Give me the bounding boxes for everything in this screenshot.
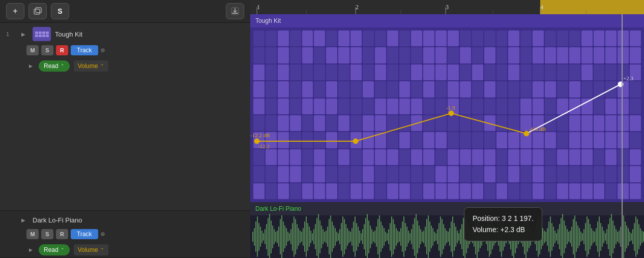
wave-bar xyxy=(377,219,378,254)
tough-kit-icon xyxy=(33,27,51,41)
expand-btn-dark-lofi[interactable]: ▶ xyxy=(18,215,28,225)
wave-bar xyxy=(272,225,273,248)
download-button[interactable] xyxy=(226,3,244,19)
tough-kit-mute-button[interactable]: M xyxy=(26,45,39,55)
track-header-dark-lofi: ▶ Dark Lo-Fi Piano xyxy=(0,211,250,229)
wave-bar xyxy=(625,221,626,252)
wave-bar xyxy=(339,229,340,244)
dark-lofi-solo-button[interactable]: S xyxy=(41,229,53,239)
dark-lofi-mute-button[interactable]: M xyxy=(26,229,39,239)
wave-bar xyxy=(554,231,555,243)
wave-bar xyxy=(384,228,385,246)
wave-bar xyxy=(329,219,330,254)
waveform-dark-lofi xyxy=(250,215,644,258)
duplicate-button[interactable] xyxy=(28,3,47,19)
wave-bar xyxy=(594,232,595,242)
wave-bar xyxy=(469,229,470,244)
tough-kit-name: Tough Kit xyxy=(55,30,244,38)
wave-bar xyxy=(352,228,353,246)
wave-bar xyxy=(588,219,589,254)
wave-bar xyxy=(333,225,334,248)
tough-kit-region-header: Tough Kit xyxy=(250,14,644,27)
track-header-tough-kit: 1 ▶ Tough Kit xyxy=(0,23,250,45)
wave-bar xyxy=(295,219,296,254)
wave-bar xyxy=(629,232,630,242)
wave-bar xyxy=(419,225,420,248)
wave-bar xyxy=(258,223,259,251)
wave-bar xyxy=(260,227,261,247)
wave-bar xyxy=(356,223,357,251)
timeline-svg: 1 2 3 4 xyxy=(250,0,644,14)
wave-bar xyxy=(387,233,388,241)
wave-bar xyxy=(635,216,636,257)
dark-lofi-read-select[interactable]: Read ⌃ xyxy=(39,244,70,255)
wave-bar xyxy=(408,231,409,243)
wave-bar xyxy=(548,221,549,252)
dark-lofi-playhead xyxy=(622,202,623,258)
wave-bar xyxy=(475,219,476,254)
dark-lofi-track-button[interactable]: Track xyxy=(71,229,98,239)
wave-bar xyxy=(486,229,487,244)
wave-bar xyxy=(263,233,264,241)
wave-bar xyxy=(442,219,443,254)
wave-bar xyxy=(403,216,404,257)
wave-bar xyxy=(269,214,270,258)
track-number-1: 1 xyxy=(6,31,14,37)
wave-bar xyxy=(596,228,597,246)
tough-kit-expand-small[interactable]: ▶ xyxy=(26,62,35,70)
wave-bar xyxy=(590,224,591,249)
svg-text:3: 3 xyxy=(446,4,449,11)
tough-kit-read-select[interactable]: Read ⌃ xyxy=(39,60,70,72)
wave-bar xyxy=(413,224,414,249)
wave-bar xyxy=(364,224,365,249)
wave-bar xyxy=(358,227,359,247)
wave-bar xyxy=(623,215,624,259)
dark-lofi-region-header: Dark Lo-Fi Piano xyxy=(250,202,644,215)
dark-lofi-expand-small[interactable]: ▶ xyxy=(26,246,35,254)
wave-bar xyxy=(512,218,513,256)
track-row-dark-lofi: ▶ Dark Lo-Fi Piano M S R Track ▶ Read ⌃ … xyxy=(0,211,250,258)
wave-bar xyxy=(443,224,444,249)
dark-lofi-volume-select[interactable]: Volume ⌃ xyxy=(74,244,108,255)
wave-bar xyxy=(550,216,551,257)
wave-bar xyxy=(370,225,371,248)
wave-bar xyxy=(564,220,565,253)
wave-bar xyxy=(509,229,510,244)
wave-bar xyxy=(493,228,494,246)
wave-bar xyxy=(344,219,345,254)
wave-bar xyxy=(278,227,279,247)
wave-bar xyxy=(290,229,291,244)
wave-bar xyxy=(435,233,436,241)
tough-kit-track-button[interactable]: Track xyxy=(71,45,98,55)
add-button[interactable]: + xyxy=(6,3,24,19)
wave-bar xyxy=(452,216,453,257)
wave-bar xyxy=(376,227,377,247)
wave-bar xyxy=(539,219,540,254)
tough-kit-solo-button[interactable]: S xyxy=(41,45,53,55)
wave-bar xyxy=(472,231,473,243)
expand-btn-tough-kit[interactable]: ▶ xyxy=(18,29,28,39)
wave-bar xyxy=(481,228,482,246)
dark-lofi-read-chevron: ⌃ xyxy=(61,247,65,252)
dark-lofi-region-label: Dark Lo-Fi Piano xyxy=(255,205,301,212)
wave-bar xyxy=(449,228,450,246)
wave-bar xyxy=(474,227,475,247)
wave-bar xyxy=(345,224,346,249)
wave-bar xyxy=(533,233,534,241)
wave-bar xyxy=(576,221,577,252)
wave-bar xyxy=(558,229,559,244)
wave-bar xyxy=(283,221,284,252)
wave-bar xyxy=(438,223,440,251)
svg-rect-0 xyxy=(34,9,40,14)
wave-bar xyxy=(571,227,572,247)
wave-bar xyxy=(487,223,488,251)
solo-button[interactable]: S xyxy=(51,3,69,19)
wave-bar xyxy=(437,229,438,244)
tough-kit-record-button[interactable]: R xyxy=(56,45,68,55)
tough-kit-volume-select[interactable]: Volume ⌃ xyxy=(74,60,108,72)
svg-rect-5 xyxy=(540,0,644,14)
wave-bar xyxy=(286,228,287,246)
wave-bar xyxy=(611,214,612,258)
dark-lofi-record-button[interactable]: R xyxy=(56,229,68,239)
wave-bar xyxy=(274,229,275,244)
